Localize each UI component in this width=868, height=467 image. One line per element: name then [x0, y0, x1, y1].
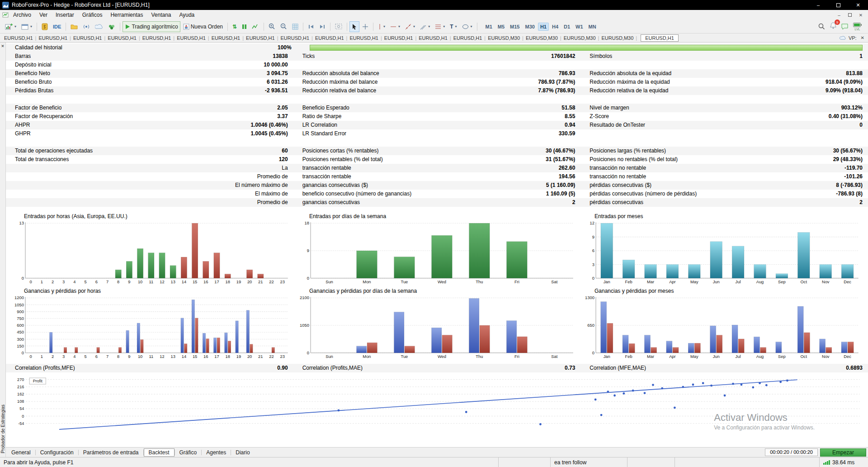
stat-label: Posiciones largas (% rentables) [590, 147, 666, 155]
vps-label[interactable]: VP: [849, 35, 857, 41]
tester-tab-agentes[interactable]: Agentes [202, 448, 231, 457]
timeframe-d1[interactable]: D1 [561, 23, 572, 31]
step-back-button[interactable] [306, 21, 316, 32]
chart-tab-eurusd-h1[interactable]: EURUSD,H1 [244, 35, 277, 41]
chart-tab-eurusd-m30[interactable]: EURUSD,M30 [524, 35, 560, 41]
svg-text:19: 19 [236, 280, 241, 284]
tester-tab-backtest[interactable]: Backtest [144, 448, 175, 457]
timeframe-h4[interactable]: H4 [550, 23, 561, 31]
stat-value: 262.60 [559, 164, 576, 172]
search-icon[interactable] [818, 23, 825, 30]
child-close-button[interactable]: ✕ [856, 11, 865, 19]
timeframe-m30[interactable]: M30 [523, 23, 537, 31]
chart-tab-eurusd-h1[interactable]: EURUSD,H1 [175, 35, 208, 41]
chart-tab-eurusd-h1[interactable]: EURUSD,H1 [451, 35, 485, 41]
svg-text:Jul: Jul [736, 355, 741, 359]
new-order-button[interactable]: Nueva Orden [181, 21, 225, 32]
chat-icon[interactable] [841, 24, 848, 30]
data-folder-button[interactable] [68, 21, 80, 32]
connection-status[interactable]: 38.64 ms [819, 457, 868, 467]
chart-tab-eurusd-h1[interactable]: EURUSD,H1 [416, 35, 450, 41]
timeframe-m15[interactable]: M15 [508, 23, 522, 31]
stats-cell-group: GHPR1.0045 (0.45%) [6, 129, 293, 138]
zoom-in-button[interactable] [266, 21, 278, 32]
stat-value: 8.55 [565, 112, 575, 121]
close-tester-icon[interactable]: ✕ [1, 43, 5, 50]
tester-tab-grafico[interactable]: Gráfico [175, 448, 202, 457]
screenshot-button[interactable] [333, 21, 344, 32]
ide-button[interactable]: IDE [51, 21, 63, 32]
chart-tab-eurusd-h1[interactable]: EURUSD,H1 [313, 35, 346, 41]
chart-plot: 210010500SunMonTueWedThuFriSat [298, 295, 576, 359]
child-minimize-button[interactable]: – [835, 11, 844, 19]
svg-text:4: 4 [73, 280, 75, 284]
sort-button[interactable]: ⇅ [230, 21, 239, 32]
text-tool-button[interactable]: T▾ [448, 21, 459, 32]
timeframe-w1[interactable]: W1 [573, 23, 585, 31]
vertical-line-button[interactable]: ▾ [376, 21, 387, 32]
stat-label: Pérdidas Brutas [15, 86, 53, 95]
tester-tab-parametros-de-entrada[interactable]: Parámetros de entrada [79, 448, 143, 457]
tester-tab-configuracion[interactable]: Configuración [36, 448, 78, 457]
menu-ver[interactable]: Ver [35, 10, 52, 19]
channel-button[interactable]: ▾ [418, 21, 432, 32]
chart-tab-eurusd-m30[interactable]: EURUSD,M30 [486, 35, 522, 41]
tick-chart-button[interactable] [250, 21, 261, 32]
chart-tab-eurusd-h1[interactable]: EURUSD,H1 [105, 35, 139, 41]
chart-tab-eurusd-h1[interactable]: EURUSD,H1 [278, 35, 312, 41]
timeframe-m1[interactable]: M1 [483, 23, 495, 31]
menu-archivo[interactable]: Archivo [9, 10, 35, 19]
timeframe-mn[interactable]: MN [586, 23, 599, 31]
community-button[interactable] [106, 21, 118, 32]
signals-button[interactable] [80, 21, 92, 32]
step-forward-button[interactable] [317, 21, 328, 32]
chart-tab-eurusd-h1[interactable]: EURUSD,H1 [209, 35, 243, 41]
chart-tab-active-eurusd-h1[interactable]: EURUSD,H1 [641, 34, 679, 42]
maximize-button[interactable] [828, 0, 848, 10]
close-button[interactable]: ✕ [848, 0, 868, 10]
timeframe-h1[interactable]: H1 [538, 23, 549, 31]
svg-text:0: 0 [30, 280, 32, 284]
menu-insertar[interactable]: Insertar [52, 10, 78, 19]
text-tool-icon: T [450, 24, 453, 30]
horizontal-line-button[interactable]: ▾ [388, 21, 402, 32]
fibo-button[interactable]: ▾ [433, 21, 447, 32]
stats-cell-group: Barras13838 [6, 52, 293, 61]
chart-tab-eurusd-m30[interactable]: EURUSD,M30 [561, 35, 598, 41]
menu-ayuda[interactable]: Ayuda [175, 10, 198, 19]
notifications-button[interactable]: 9 [830, 22, 836, 31]
chart-tab-eurusd-m30[interactable]: EURUSD,M30 [599, 35, 636, 41]
menu-graficos[interactable]: Gráficos [78, 10, 107, 19]
chart-tab-eurusd-h1[interactable]: EURUSD,H1 [382, 35, 415, 41]
svg-text:21: 21 [258, 355, 263, 359]
cloud-button[interactable] [93, 21, 105, 32]
minimize-button[interactable]: – [808, 0, 828, 10]
chart-tab-eurusd-h1[interactable]: EURUSD,H1 [2, 35, 35, 41]
chart-tab-eurusd-h1[interactable]: EURUSD,H1 [347, 35, 381, 41]
metaeditor-button[interactable] [39, 21, 50, 32]
zoom-out-button[interactable] [278, 21, 289, 32]
profiles-button[interactable]: ▾ [19, 21, 34, 32]
svg-text:11: 11 [149, 280, 153, 284]
grid-button[interactable] [290, 21, 301, 32]
timeframe-m5[interactable]: M5 [495, 23, 507, 31]
tab-close-icon[interactable]: ✕ [859, 35, 866, 40]
chart-tab-eurusd-h1[interactable]: EURUSD,H1 [140, 35, 174, 41]
crosshair-button[interactable] [360, 21, 371, 32]
tester-tab-diario[interactable]: Diario [231, 448, 254, 457]
start-button[interactable]: Empezar [820, 448, 866, 457]
algo-trading-button[interactable]: Trading algorítmico [123, 21, 180, 32]
pause-button[interactable] [240, 21, 249, 32]
chart-tab-eurusd-h1[interactable]: EURUSD,H1 [36, 35, 70, 41]
menu-ventana[interactable]: Ventana [147, 10, 175, 19]
tester-tab-general[interactable]: General [7, 448, 35, 457]
chart-tab-eurusd-h1[interactable]: EURUSD,H1 [71, 35, 104, 41]
trendline-button[interactable]: ▾ [403, 21, 417, 32]
child-restore-button[interactable] [845, 11, 854, 19]
zoom-in-icon [269, 23, 275, 30]
cursor-button[interactable] [349, 21, 359, 32]
new-chart-button[interactable]: ▾ [3, 21, 19, 32]
stats-cell-group: LR Correlation0.94 [293, 121, 581, 129]
shapes-button[interactable]: ▾ [460, 21, 475, 32]
menu-herramientas[interactable]: Herramientas [106, 10, 147, 19]
